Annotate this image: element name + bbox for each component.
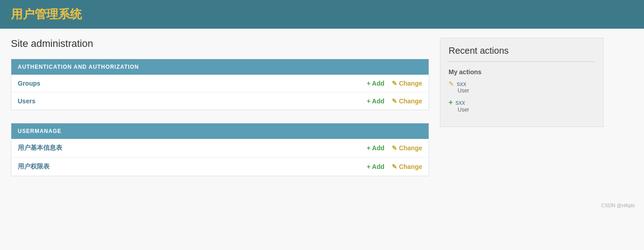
change-link[interactable]: ✎ Change bbox=[392, 80, 422, 87]
footer-text: CSDN @nfkjdx bbox=[601, 203, 635, 208]
footer: CSDN @nfkjdx bbox=[0, 198, 644, 213]
recent-actions-box: Recent actions My actions ✎sxxUser+sxxUs… bbox=[440, 38, 604, 127]
site-header: 用户管理系统 bbox=[0, 0, 644, 29]
site-title: 用户管理系统 bbox=[11, 6, 633, 22]
action-item-type: User bbox=[458, 87, 595, 94]
right-column: Recent actions My actions ✎sxxUser+sxxUs… bbox=[440, 38, 604, 189]
section-usermanage: USERMANAGE用户基本信息表+ Add✎ Change用户权限表+ Add… bbox=[11, 123, 429, 176]
action-item-link[interactable]: ✎sxx bbox=[449, 80, 595, 87]
change-link[interactable]: ✎ Change bbox=[392, 163, 422, 170]
action-item-link[interactable]: +sxx bbox=[449, 98, 595, 107]
row-label: 用户基本信息表 bbox=[18, 144, 367, 152]
sections-container: AUTHENTICATION AND AUTHORIZATIONGroups+ … bbox=[11, 59, 429, 176]
add-link[interactable]: + Add bbox=[367, 97, 384, 105]
main-content: Site administration AUTHENTICATION AND A… bbox=[0, 29, 644, 198]
add-link[interactable]: + Add bbox=[367, 144, 384, 152]
row-actions: + Add✎ Change bbox=[367, 97, 422, 105]
table-row: 用户基本信息表+ Add✎ Change bbox=[11, 139, 429, 158]
section-auth: AUTHENTICATION AND AUTHORIZATIONGroups+ … bbox=[11, 59, 429, 110]
my-actions-title: My actions bbox=[449, 68, 595, 76]
action-item-text: sxx bbox=[455, 99, 465, 106]
section-header-usermanage: USERMANAGE bbox=[11, 123, 429, 139]
row-actions: + Add✎ Change bbox=[367, 163, 422, 170]
row-actions: + Add✎ Change bbox=[367, 80, 422, 87]
pencil-icon: ✎ bbox=[449, 80, 454, 87]
add-link[interactable]: + Add bbox=[367, 163, 384, 170]
page-title: Site administration bbox=[11, 38, 429, 50]
left-column: Site administration AUTHENTICATION AND A… bbox=[11, 38, 429, 189]
table-row: Groups+ Add✎ Change bbox=[11, 75, 429, 92]
add-link[interactable]: + Add bbox=[367, 80, 384, 87]
plus-icon: + bbox=[449, 98, 453, 107]
action-item: +sxxUser bbox=[449, 98, 595, 113]
action-item-type: User bbox=[458, 107, 595, 113]
action-item: ✎sxxUser bbox=[449, 80, 595, 94]
row-label: 用户权限表 bbox=[18, 163, 367, 171]
change-link[interactable]: ✎ Change bbox=[392, 144, 422, 152]
actions-list: ✎sxxUser+sxxUser bbox=[449, 80, 595, 113]
change-link[interactable]: ✎ Change bbox=[392, 97, 422, 105]
row-label: Users bbox=[18, 97, 367, 105]
action-item-text: sxx bbox=[457, 80, 466, 87]
table-row: Users+ Add✎ Change bbox=[11, 92, 429, 110]
table-row: 用户权限表+ Add✎ Change bbox=[11, 158, 429, 176]
section-header-auth: AUTHENTICATION AND AUTHORIZATION bbox=[11, 59, 429, 75]
row-actions: + Add✎ Change bbox=[367, 144, 422, 152]
row-label: Groups bbox=[18, 80, 367, 87]
recent-actions-title: Recent actions bbox=[449, 46, 595, 62]
